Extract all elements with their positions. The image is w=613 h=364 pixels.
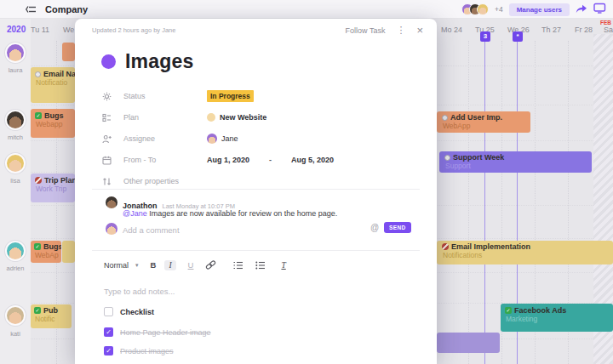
status-pending-icon bbox=[442, 115, 448, 121]
avatar-mitch[interactable] bbox=[5, 110, 26, 130]
status-done-icon: ✓ bbox=[35, 112, 42, 119]
card-title: Bugs bbox=[44, 111, 64, 120]
field-other-properties[interactable]: Other properties bbox=[102, 175, 207, 187]
card-subtitle: Work Trip bbox=[36, 185, 71, 193]
collapse-sidebar-icon[interactable] bbox=[26, 2, 37, 17]
underline-button[interactable]: U bbox=[188, 260, 194, 270]
status-blocked-icon bbox=[442, 243, 449, 250]
milestone-badge[interactable]: 3 bbox=[480, 31, 490, 42]
grid-column-line bbox=[468, 41, 469, 364]
send-button[interactable]: SEND bbox=[384, 222, 411, 233]
member-avatars[interactable] bbox=[461, 3, 489, 15]
field-label: Plan bbox=[123, 113, 207, 122]
bullet-list-button[interactable] bbox=[255, 261, 266, 270]
milestone-badge[interactable]: * bbox=[513, 31, 523, 42]
checklist-item-text[interactable]: Product images bbox=[120, 347, 174, 355]
field-status: Status In Progress bbox=[102, 90, 254, 102]
plan-value[interactable]: New Website bbox=[207, 113, 266, 122]
checkbox-unchecked[interactable] bbox=[104, 307, 113, 316]
card-subtitle: Notific bbox=[35, 315, 68, 323]
checklist-item-text[interactable]: Home Page Header image bbox=[120, 328, 211, 337]
status-value-chip[interactable]: In Progress bbox=[207, 90, 254, 102]
checklist-item: ✓ Product images bbox=[104, 346, 174, 355]
assignee-value[interactable]: Jane bbox=[207, 134, 238, 144]
task-card-partial[interactable] bbox=[62, 43, 75, 61]
card-subtitle: WebApp bbox=[443, 122, 525, 130]
card-subtitle: Notificatio bbox=[36, 78, 71, 87]
checkbox-checked[interactable]: ✓ bbox=[104, 327, 113, 337]
task-card[interactable]: ✓Pub Notific bbox=[31, 304, 72, 328]
checklist-header: Checklist bbox=[104, 307, 154, 316]
card-title: Email Na bbox=[43, 70, 75, 78]
task-color-dot[interactable] bbox=[101, 54, 116, 69]
task-card[interactable]: ✓Facebook Ads Marketing bbox=[501, 304, 613, 332]
mention-at-icon[interactable]: @ bbox=[370, 223, 379, 232]
task-card-partial[interactable] bbox=[62, 241, 75, 263]
top-bar: Company +4 Manage users bbox=[0, 0, 613, 19]
mention-link[interactable]: @Jane bbox=[123, 209, 147, 218]
status-done-icon: ✓ bbox=[34, 243, 41, 250]
kebab-menu-icon[interactable]: ⋮ bbox=[396, 25, 405, 36]
card-title: Facebook Ads bbox=[514, 306, 566, 315]
task-card[interactable]: Email Implementation Notifications bbox=[437, 241, 613, 264]
checklist-item: ✓ Home Page Header image bbox=[104, 327, 211, 337]
sort-arrows-icon bbox=[102, 177, 112, 186]
card-title: Bugs bbox=[43, 242, 61, 251]
workspace-title[interactable]: Company bbox=[45, 4, 88, 14]
field-label: Assignee bbox=[123, 134, 207, 143]
date-to[interactable]: Aug 5, 2020 bbox=[291, 156, 334, 164]
task-card[interactable]: Support Week Support bbox=[439, 151, 592, 173]
task-card[interactable]: Trip Plan Work Trip bbox=[31, 173, 75, 202]
manage-users-button[interactable]: Manage users bbox=[509, 3, 570, 16]
avatar-jane bbox=[207, 134, 217, 144]
avatar-kati[interactable] bbox=[5, 305, 26, 326]
comment-input[interactable]: Add a comment bbox=[123, 225, 180, 235]
field-label: From - To bbox=[123, 156, 207, 164]
card-title: Email Implementation bbox=[451, 242, 530, 251]
notes-input[interactable]: Type to add notes... bbox=[104, 287, 175, 296]
notes-toolbar: Normal ▾ B I U T bbox=[104, 259, 286, 271]
text-style-dropdown[interactable]: Normal bbox=[104, 261, 129, 270]
avatar bbox=[477, 3, 489, 15]
assignee-person-icon bbox=[102, 134, 112, 144]
card-subtitle: Webapp bbox=[36, 120, 71, 128]
checklist-label: Checklist bbox=[120, 308, 154, 316]
divider bbox=[92, 250, 420, 251]
person-name: adrien bbox=[0, 264, 31, 272]
card-title: Support Week bbox=[453, 153, 504, 162]
chevron-down-icon: ▾ bbox=[135, 262, 139, 269]
task-card-partial[interactable] bbox=[437, 333, 500, 353]
field-dates: From - To Aug 1, 2020 - Aug 5, 2020 bbox=[102, 154, 334, 166]
link-button[interactable] bbox=[205, 260, 216, 270]
ordered-list-button[interactable] bbox=[233, 261, 243, 270]
avatar-adrien[interactable] bbox=[5, 241, 26, 261]
field-assignee: Assignee Jane bbox=[102, 133, 238, 145]
date-from[interactable]: Aug 1, 2020 bbox=[207, 156, 249, 164]
avatar-lisa[interactable] bbox=[5, 153, 26, 173]
checkbox-checked[interactable]: ✓ bbox=[104, 346, 113, 355]
day-header: Tu 11 bbox=[31, 26, 49, 34]
milestone-line bbox=[484, 41, 485, 364]
month-label: FEB bbox=[600, 20, 611, 26]
clear-formatting-button[interactable]: T bbox=[281, 261, 285, 270]
close-icon[interactable]: × bbox=[416, 24, 423, 37]
task-card[interactable]: ✓Bugs WebAp bbox=[31, 241, 61, 263]
bold-button[interactable]: B bbox=[151, 260, 157, 270]
italic-button[interactable]: I bbox=[164, 260, 175, 270]
task-card[interactable]: Add User Imp. WebApp bbox=[437, 111, 530, 133]
card-title: Trip Plan bbox=[44, 176, 75, 185]
person-name: kati bbox=[0, 330, 31, 338]
monitor-icon[interactable] bbox=[593, 2, 606, 17]
plan-board-icon bbox=[102, 113, 112, 122]
follow-task-button[interactable]: Follow Task bbox=[346, 26, 386, 35]
share-icon[interactable] bbox=[576, 2, 587, 17]
task-card[interactable]: ✓Bugs Webapp bbox=[31, 109, 75, 138]
card-subtitle: Support bbox=[445, 162, 587, 170]
avatar-laura[interactable] bbox=[5, 43, 26, 63]
year-selector[interactable]: 2020 bbox=[7, 25, 26, 34]
status-done-icon: ✓ bbox=[34, 307, 41, 314]
task-title[interactable]: Images bbox=[125, 50, 193, 73]
avatar-overflow-count[interactable]: +4 bbox=[495, 5, 503, 14]
task-card[interactable]: Email Na Notificatio bbox=[31, 67, 75, 103]
divider bbox=[92, 189, 420, 190]
